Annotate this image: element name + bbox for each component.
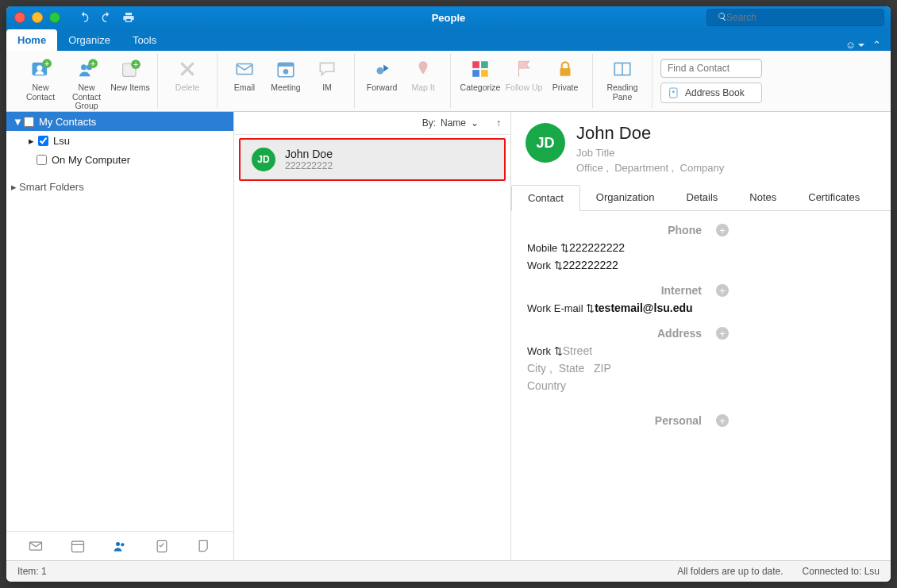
tree-lsu[interactable]: ▸ Lsu <box>6 131 233 150</box>
tab-organize[interactable]: Organize <box>57 29 121 51</box>
svg-point-14 <box>283 69 289 75</box>
svg-text:+: + <box>90 59 95 68</box>
tab-tools[interactable]: Tools <box>121 29 167 51</box>
new-items-button[interactable]: + New Items <box>110 56 151 93</box>
redo-icon[interactable] <box>100 11 113 24</box>
tab-home[interactable]: Home <box>6 29 57 51</box>
address-type-label[interactable]: Work <box>527 345 551 357</box>
detail-tab-organization[interactable]: Organization <box>580 185 671 210</box>
ribbon-tabs: Home Organize Tools ☺ ⌃ <box>6 29 891 51</box>
svg-rect-19 <box>481 70 488 77</box>
contact-name: John Doe <box>285 148 333 160</box>
work-phone-label[interactable]: Work <box>527 259 551 271</box>
tree-on-my-computer[interactable]: On My Computer <box>6 150 233 169</box>
my-contacts-checkbox[interactable] <box>24 117 34 127</box>
notes-nav-icon[interactable] <box>196 538 212 554</box>
contact-list-item[interactable]: JD John Doe 222222222 <box>239 138 506 181</box>
ribbon: + New Contact + New Contact Group + New … <box>6 51 891 112</box>
im-button[interactable]: IM <box>306 56 348 93</box>
sync-status: All folders are up to date. <box>677 566 783 577</box>
detail-avatar: JD <box>525 123 565 163</box>
detail-name: John Doe <box>576 123 724 144</box>
svg-rect-26 <box>71 541 83 551</box>
contact-list-pane: By: Name ⌄ ↑ JD John Doe 222222222 <box>234 112 511 560</box>
private-button[interactable]: Private <box>545 56 586 93</box>
add-phone-button[interactable]: + <box>716 224 729 236</box>
detail-tab-details[interactable]: Details <box>671 185 734 210</box>
section-personal: Personal <box>527 414 710 427</box>
svg-point-24 <box>672 90 675 93</box>
close-window-button[interactable] <box>14 12 25 23</box>
email-icon <box>233 57 256 81</box>
detail-tab-contact[interactable]: Contact <box>511 185 580 211</box>
reading-pane-button[interactable]: Reading Pane <box>599 56 645 102</box>
meeting-icon <box>274 57 298 81</box>
detail-tab-notes[interactable]: Notes <box>733 185 792 210</box>
work-email-value[interactable]: testemail@lsu.edu <box>595 302 692 314</box>
country-field[interactable]: Country <box>527 379 566 392</box>
detail-tabs: Contact Organization Details Notes Certi… <box>511 185 891 211</box>
outlook-people-window: People Home Organize Tools ☺ ⌃ + New Con… <box>6 6 891 582</box>
people-nav-icon[interactable] <box>112 538 128 554</box>
follow-up-button[interactable]: Follow Up <box>503 56 545 93</box>
item-count: Item: 1 <box>17 566 47 577</box>
collapse-ribbon-icon[interactable]: ⌃ <box>872 39 881 51</box>
categorize-button[interactable]: Categorize <box>457 56 503 93</box>
forward-button[interactable]: Forward <box>361 56 402 93</box>
add-internet-button[interactable]: + <box>716 284 729 297</box>
zip-field[interactable]: ZIP <box>594 362 611 375</box>
detail-job-title[interactable]: Job Title <box>576 147 724 159</box>
tasks-nav-icon[interactable] <box>154 538 170 554</box>
address-book-button[interactable]: Address Book <box>660 83 762 103</box>
search-input[interactable] <box>706 9 884 26</box>
detail-department[interactable]: Department <box>614 162 668 174</box>
tree-smart-folders[interactable]: ▸ Smart Folders <box>6 177 233 196</box>
mail-nav-icon[interactable] <box>28 538 44 554</box>
svg-point-29 <box>121 543 124 546</box>
list-sort-header[interactable]: By: Name ⌄ ↑ <box>234 112 510 135</box>
section-phone: Phone <box>527 224 710 236</box>
street-field[interactable]: Street <box>563 344 592 357</box>
work-email-label[interactable]: Work E-mail <box>527 302 583 314</box>
detail-company[interactable]: Company <box>680 162 725 174</box>
minimize-window-button[interactable] <box>32 12 43 23</box>
address-book-icon <box>668 86 680 99</box>
city-field[interactable]: City <box>527 362 546 375</box>
connection-status: Connected to: Lsu <box>803 566 880 577</box>
forward-icon <box>370 57 394 81</box>
svg-point-15 <box>377 67 384 75</box>
section-address: Address <box>527 327 710 340</box>
mobile-label[interactable]: Mobile <box>527 242 557 254</box>
zoom-window-button[interactable] <box>49 12 60 23</box>
email-button[interactable]: Email <box>224 56 265 93</box>
map-it-button[interactable]: Map It <box>402 56 444 93</box>
new-contact-group-button[interactable]: + New Contact Group <box>64 56 110 111</box>
detail-tab-certificates[interactable]: Certificates <box>792 185 876 210</box>
add-address-button[interactable]: + <box>716 327 729 340</box>
chevron-right-icon: ▸ <box>27 135 35 147</box>
mobile-value[interactable]: 222222222 <box>569 241 625 254</box>
find-contact-input[interactable] <box>660 59 762 78</box>
nav-footer <box>6 531 233 560</box>
meeting-button[interactable]: Meeting <box>265 56 306 93</box>
undo-icon[interactable] <box>78 11 90 24</box>
new-contact-icon: + <box>29 57 52 81</box>
new-contact-button[interactable]: + New Contact <box>17 56 64 102</box>
sort-asc-icon[interactable]: ↑ <box>496 117 501 129</box>
feedback-icon[interactable]: ☺ <box>845 39 864 51</box>
add-personal-button[interactable]: + <box>716 414 729 427</box>
tree-my-contacts[interactable]: ▼ My Contacts <box>6 112 233 131</box>
detail-office[interactable]: Office <box>576 162 603 174</box>
delete-button[interactable]: Delete <box>164 56 210 93</box>
folder-pane: ▼ My Contacts ▸ Lsu On My Computer ▸ Sma… <box>6 112 234 560</box>
work-phone-value[interactable]: 222222222 <box>563 259 618 271</box>
on-my-computer-checkbox[interactable] <box>37 155 47 165</box>
print-icon[interactable] <box>122 11 135 24</box>
svg-point-1 <box>37 65 42 71</box>
state-field[interactable]: State <box>559 362 585 375</box>
flag-icon <box>512 57 536 81</box>
svg-rect-18 <box>472 70 479 77</box>
lsu-checkbox[interactable] <box>38 136 48 146</box>
new-contact-group-icon: + <box>75 57 98 81</box>
calendar-nav-icon[interactable] <box>70 538 86 554</box>
